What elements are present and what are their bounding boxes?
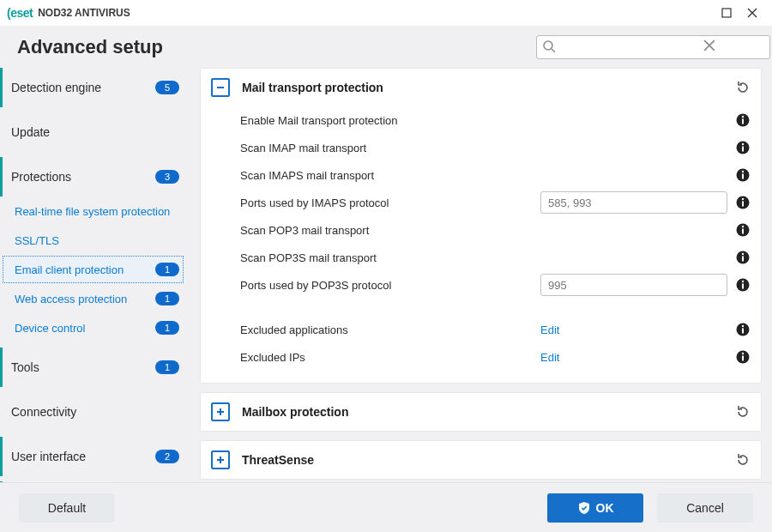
svg-point-19 [742, 253, 744, 255]
sidebar-item-label: Detection engine [11, 81, 148, 94]
row-label: Ports used by IMAPS protocol [240, 196, 540, 209]
info-icon [735, 140, 751, 155]
info-button[interactable] [735, 140, 751, 155]
badge: 1 [155, 360, 179, 374]
svg-rect-9 [742, 174, 744, 179]
sidebar-item-connectivity[interactable]: Connectivity [0, 392, 184, 432]
row-excluded-applications: Excluded applications Edit [240, 316, 751, 343]
undo-icon [735, 452, 751, 468]
panel-title: Mail transport protection [242, 81, 383, 94]
info-button[interactable] [735, 349, 751, 365]
sidebar-item-realtime-file-system[interactable]: Real-time file system protection [2, 196, 184, 226]
sidebar-item-label: Tools [11, 360, 148, 374]
plus-icon [215, 455, 226, 465]
sidebar-item-web-access-protection[interactable]: Web access protection 1 [2, 284, 184, 313]
info-button[interactable] [735, 322, 751, 337]
info-button[interactable] [735, 167, 751, 183]
panel-title: ThreatSense [242, 453, 314, 467]
badge: 3 [155, 170, 179, 184]
search [536, 35, 721, 59]
sidebar-item-user-interface[interactable]: User interface 2 [0, 437, 184, 476]
undo-icon [735, 404, 751, 420]
sidebar-item-label: Device control [15, 322, 148, 335]
badge: 1 [155, 321, 179, 335]
sidebar-item-protections[interactable]: Protections 3 [0, 157, 184, 196]
panel-mail-transport: Mail transport protection Enable Mail tr… [200, 68, 762, 384]
product-name: NOD32 ANTIVIRUS [38, 7, 130, 19]
row-label: Scan IMAP mail transport [240, 142, 540, 154]
titlebar: (eset NOD32 ANTIVIRUS [0, 0, 772, 27]
default-button[interactable]: Default [19, 493, 115, 523]
sidebar-item-device-control[interactable]: Device control 1 [2, 313, 184, 342]
info-icon [735, 277, 751, 293]
info-button[interactable] [735, 195, 751, 210]
input-ports-pop3s[interactable] [540, 274, 727, 296]
info-icon [735, 167, 751, 183]
svg-rect-0 [722, 9, 731, 17]
sidebar-item-detection-engine[interactable]: Detection engine 5 [0, 68, 184, 107]
collapse-button[interactable] [211, 78, 230, 97]
row-label: Excluded IPs [240, 351, 540, 364]
edit-excluded-ips[interactable]: Edit [540, 351, 559, 364]
info-button[interactable] [735, 277, 751, 293]
sidebar-item-label: Email client protection [15, 263, 148, 276]
badge: 5 [155, 81, 179, 94]
close-icon [747, 8, 757, 18]
svg-point-4 [742, 116, 744, 118]
revert-button[interactable] [735, 80, 751, 95]
expand-button[interactable] [211, 402, 230, 421]
ok-button[interactable]: OK [547, 493, 643, 523]
search-input[interactable] [536, 35, 770, 59]
svg-rect-21 [742, 284, 744, 289]
info-icon [735, 322, 751, 337]
sidebar-item-label: Real-time file system protection [15, 205, 179, 218]
info-button[interactable] [735, 222, 751, 238]
row-label: Ports used by POP3S protocol [240, 279, 540, 292]
square-icon [721, 8, 732, 18]
svg-rect-15 [742, 229, 744, 234]
brand-logo: (eset [7, 6, 33, 20]
brand: (eset NOD32 ANTIVIRUS [7, 6, 130, 20]
row-excluded-ips: Excluded IPs Edit [240, 343, 751, 371]
info-button[interactable] [735, 250, 751, 265]
app: Advanced setup ? Detection engine 5 [0, 27, 772, 532]
sidebar-item-label: Protections [11, 170, 148, 184]
panel-header: Mailbox protection [201, 393, 761, 431]
cancel-button[interactable]: Cancel [657, 493, 753, 523]
edit-excluded-applications[interactable]: Edit [540, 323, 559, 336]
panel-header: Mail transport protection [201, 69, 761, 106]
sidebar-item-label: Web access protection [15, 293, 148, 305]
input-ports-imaps[interactable] [540, 191, 727, 214]
info-icon [735, 349, 751, 365]
row-ports-pop3s: Ports used by POP3S protocol [240, 271, 751, 299]
row-scan-pop3s: Scan POP3S mail transport [240, 244, 751, 271]
panel-threatsense: ThreatSense [200, 440, 762, 480]
svg-rect-27 [742, 356, 744, 361]
svg-rect-6 [742, 147, 744, 152]
undo-icon [735, 80, 751, 95]
sidebar-item-label: SSL/TLS [15, 234, 179, 247]
svg-rect-3 [742, 119, 744, 124]
row-label: Enable Mail transport protection [240, 114, 540, 127]
sidebar-item-ssl-tls[interactable]: SSL/TLS [2, 226, 184, 255]
sidebar: Detection engine 5 Update Protections 3 … [0, 68, 191, 482]
panel-title: Mailbox protection [242, 405, 348, 419]
content: Mail transport protection Enable Mail tr… [191, 68, 772, 482]
row-label: Scan IMAPS mail transport [240, 169, 540, 182]
window-maximize-button[interactable] [714, 3, 739, 22]
page-title: Advanced setup [17, 36, 526, 58]
row-scan-imap: Scan IMAP mail transport [240, 134, 751, 161]
sidebar-item-label: Connectivity [11, 405, 179, 419]
svg-rect-12 [742, 202, 744, 207]
sidebar-item-tools[interactable]: Tools 1 [0, 348, 184, 387]
search-clear-icon[interactable] [703, 39, 715, 54]
footer: Default OK Cancel [0, 482, 772, 532]
expand-button[interactable] [211, 450, 230, 469]
info-button[interactable] [735, 112, 751, 128]
revert-button[interactable] [735, 404, 751, 420]
revert-button[interactable] [735, 452, 751, 468]
window-close-button[interactable] [739, 3, 765, 22]
sidebar-item-update[interactable]: Update [0, 112, 184, 152]
sidebar-item-email-client-protection[interactable]: Email client protection 1 [2, 255, 184, 284]
row-label: Scan POP3 mail transport [240, 224, 540, 237]
